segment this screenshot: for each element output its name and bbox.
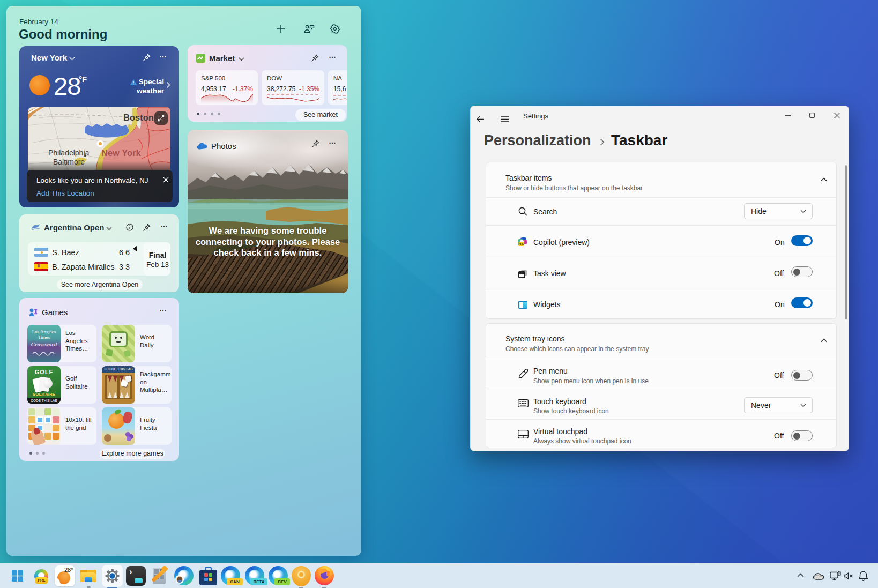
svg-text:Philadelphia: Philadelphia — [48, 148, 89, 157]
svg-text:New York: New York — [101, 148, 141, 158]
svg-text:Boston: Boston — [123, 113, 154, 122]
